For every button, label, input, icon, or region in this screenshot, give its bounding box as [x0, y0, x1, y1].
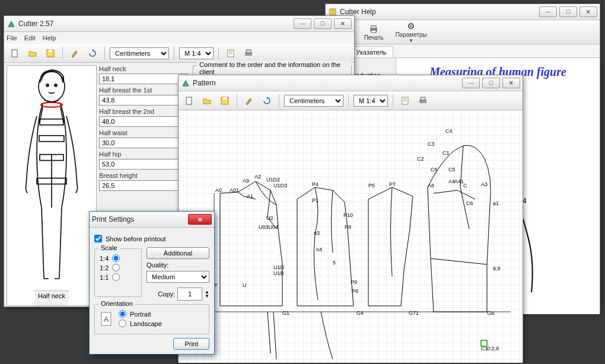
refresh-button[interactable]	[85, 46, 100, 60]
scale-14-radio[interactable]	[112, 254, 120, 262]
landscape-radio[interactable]	[119, 320, 126, 327]
pattern-maximize-button[interactable]: ☐	[482, 78, 500, 88]
svg-text:U2: U2	[266, 215, 273, 221]
menu-edit[interactable]: Edit	[24, 34, 36, 41]
pattern-window: Pattern — ☐ ✕ Centimeters M 1:4	[178, 75, 523, 362]
scale-legend: Scale	[98, 244, 120, 251]
svg-text:P4: P4	[312, 181, 319, 187]
main-minimize-button[interactable]: —	[294, 18, 311, 29]
quality-combo[interactable]: Medium	[147, 271, 209, 283]
measure-label: Breast height	[99, 172, 188, 179]
measure-field: Half neck	[99, 65, 188, 84]
pattern-units-combo[interactable]: Centimeters	[284, 95, 343, 107]
menu-help[interactable]: Help	[43, 34, 56, 41]
help-tab-index[interactable]: Указатель	[349, 46, 393, 58]
new-file-button[interactable]	[8, 46, 22, 60]
svg-text:n4: n4	[316, 247, 322, 253]
show-before-checkbox[interactable]	[94, 235, 102, 242]
main-toolbar: Centimeters M 1:4	[4, 44, 354, 63]
svg-text:U03U04: U03U04	[259, 224, 278, 230]
figure-front-illustration	[7, 66, 96, 290]
measure-input-halfwaist[interactable]	[99, 138, 188, 148]
pattern-canvas[interactable]: A0 A01 A9 A2 A1 U1D2 U1D3 P4 P1 P5 P7 A8…	[179, 110, 523, 363]
scale-14-label: 1:4	[100, 255, 109, 262]
help-toolbar: Назад Печать Параметры ▼	[326, 20, 600, 44]
measure-field: Breast height	[99, 172, 188, 191]
page-setup-button[interactable]	[224, 46, 238, 60]
portrait-radio[interactable]	[119, 310, 126, 318]
additional-button[interactable]: Additional	[147, 247, 209, 259]
help-print-button[interactable]: Печать	[364, 24, 384, 41]
measure-input-halfbreast1[interactable]	[99, 95, 188, 106]
scale-11-radio[interactable]	[112, 273, 120, 281]
status-bar: Half neck	[34, 290, 69, 305]
svg-text:C1: C1	[442, 150, 450, 156]
svg-text:P5: P5	[368, 183, 375, 189]
print-close-button[interactable]: ✕	[188, 214, 212, 225]
print-button[interactable]	[241, 46, 256, 60]
svg-rect-39	[223, 97, 227, 100]
svg-rect-33	[40, 119, 63, 125]
help-options-label: Параметры	[395, 31, 426, 38]
measure-field: Half breast the 1st	[99, 87, 188, 106]
svg-text:P1: P1	[312, 197, 319, 203]
svg-text:a1: a1	[493, 200, 499, 206]
main-close-button[interactable]: ✕	[334, 18, 352, 29]
spinner-arrows-icon[interactable]: ▲▼	[205, 290, 209, 298]
scale-combo[interactable]: M 1:4	[179, 47, 214, 59]
svg-rect-23	[12, 50, 17, 57]
main-maximize-button[interactable]: ☐	[314, 18, 332, 29]
measure-input-halfhip[interactable]	[99, 159, 188, 170]
measure-label: Half breast the 2nd	[99, 108, 188, 115]
svg-rect-3	[371, 25, 376, 28]
pattern-minimize-button[interactable]: —	[462, 78, 480, 88]
svg-text:U1D2: U1D2	[266, 177, 280, 183]
main-menubar: File Edit Help	[4, 32, 354, 44]
svg-text:A01: A01	[230, 187, 239, 193]
pattern-close-button[interactable]: ✕	[502, 78, 520, 88]
pattern-refresh-button[interactable]	[260, 94, 274, 108]
copy-spinner[interactable]	[177, 288, 202, 301]
svg-text:A2: A2	[254, 174, 261, 180]
scale-12-radio[interactable]	[112, 264, 120, 272]
svg-rect-4	[371, 30, 376, 33]
svg-text:G1: G1	[282, 310, 289, 316]
printer-icon	[368, 24, 380, 34]
help-title: Cutter Help	[340, 8, 539, 16]
svg-text:A3: A3	[481, 181, 488, 187]
pattern-drawing: A0 A01 A9 A2 A1 U1D2 U1D3 P4 P1 P5 P7 A8…	[179, 110, 523, 363]
svg-text:A8: A8	[428, 183, 434, 189]
dropdown-arrow-icon: ▼	[409, 38, 413, 43]
svg-text:U1B: U1B	[273, 270, 284, 276]
svg-rect-42	[421, 97, 425, 100]
svg-text:A9: A9	[243, 178, 249, 184]
pattern-scale-combo[interactable]: M 1:4	[354, 95, 388, 107]
help-close-button[interactable]: ✕	[579, 7, 597, 17]
copy-label: Copy:	[158, 290, 175, 298]
open-file-button[interactable]	[26, 46, 40, 60]
brush-button[interactable]	[68, 46, 82, 60]
main-titlebar: Cutter 2.57 — ☐ ✕	[4, 16, 354, 32]
menu-file[interactable]: File	[7, 34, 17, 41]
pattern-brush-button[interactable]	[242, 94, 256, 108]
help-titlebar: ? Cutter Help — ☐ ✕	[326, 4, 600, 20]
help-options-button[interactable]: Параметры ▼	[395, 21, 426, 43]
pattern-save-button[interactable]	[218, 94, 232, 108]
measure-input-breastheight[interactable]	[99, 180, 188, 191]
measure-input-halfbreast2[interactable]	[99, 116, 188, 127]
pattern-open-button[interactable]	[200, 94, 214, 108]
save-file-button[interactable]	[43, 46, 58, 60]
pattern-print-button[interactable]	[416, 94, 430, 108]
svg-text:U: U	[243, 282, 247, 288]
print-confirm-button[interactable]: Print	[173, 338, 209, 350]
units-combo[interactable]: Centimeters	[110, 47, 169, 59]
svg-text:C6: C6	[431, 167, 438, 173]
svg-text:P8: P8	[345, 224, 351, 230]
pattern-new-button[interactable]	[182, 94, 196, 108]
help-minimize-button[interactable]: —	[539, 7, 557, 17]
measure-input-halfneck[interactable]	[99, 74, 188, 84]
help-maximize-button[interactable]: ☐	[559, 7, 577, 17]
pattern-page-setup-button[interactable]	[398, 94, 412, 108]
print-title: Print Settings	[92, 215, 188, 223]
measure-field: Half hip	[99, 151, 188, 170]
